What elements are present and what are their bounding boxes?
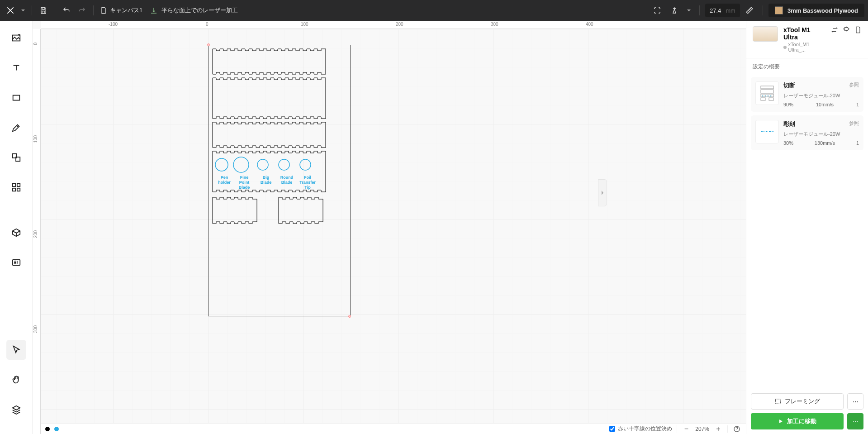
laser-pointer-chevron[interactable]	[684, 8, 694, 13]
pen-tool[interactable]	[6, 118, 26, 138]
thickness-value: 27.4	[710, 7, 721, 14]
device-name: xTool M1 Ultra	[783, 26, 825, 41]
label-foil-tip: FoilTransferTip	[298, 175, 318, 190]
svg-point-23	[770, 95, 771, 96]
op-engrave-ref[interactable]: 参照	[849, 120, 859, 128]
svg-point-22	[768, 95, 768, 96]
svg-point-12	[279, 159, 289, 170]
svg-point-9	[215, 158, 228, 171]
ai-tool[interactable]	[6, 253, 26, 272]
device-settings-icon[interactable]	[843, 26, 850, 33]
material-name: 3mm Basswood Plywood	[787, 7, 858, 14]
svg-point-21	[765, 95, 766, 96]
layers-tool[interactable]	[6, 400, 26, 420]
rectangle-tool[interactable]	[6, 88, 26, 108]
divider	[32, 5, 32, 15]
framing-button[interactable]: フレーミング	[751, 393, 844, 410]
device-swap-icon[interactable]	[831, 26, 838, 33]
svg-rect-8	[12, 260, 20, 266]
material-selector[interactable]: 3mm Basswood Plywood	[768, 4, 864, 17]
label-fine-point: FinePointBlade	[235, 175, 253, 190]
svg-rect-4	[12, 184, 15, 186]
pan-tool[interactable]	[6, 370, 26, 390]
canvas-tab[interactable]: キャンバス1	[97, 6, 145, 14]
apps-tool[interactable]	[6, 177, 26, 197]
help-icon[interactable]	[732, 424, 741, 434]
select-tool[interactable]	[6, 340, 26, 360]
svg-rect-19	[769, 98, 773, 100]
svg-rect-7	[17, 188, 19, 191]
settings-section-title: 設定の概要	[746, 58, 868, 75]
design-artwork[interactable]	[212, 48, 329, 243]
crosshair-checkbox[interactable]	[609, 426, 615, 432]
divider	[763, 5, 763, 15]
crosshair-toggle[interactable]: 赤い十字線の位置決め	[609, 425, 672, 433]
text-tool[interactable]	[6, 58, 26, 78]
svg-point-13	[300, 159, 311, 170]
divider	[93, 5, 94, 15]
laser-pointer-icon[interactable]	[667, 3, 682, 18]
svg-rect-5	[17, 184, 19, 186]
app-logo[interactable]	[3, 0, 18, 21]
process-button[interactable]: 加工に移動	[751, 413, 844, 429]
canvas-label: キャンバス1	[110, 6, 142, 14]
zoom-value: 207%	[695, 426, 709, 432]
label-big-blade: BigBlade	[257, 175, 275, 185]
op-cut-ref[interactable]: 参照	[849, 81, 859, 90]
zoom-out-button[interactable]: −	[682, 424, 691, 434]
framing-menu-button[interactable]: ⋯	[847, 393, 863, 410]
app-header: キャンバス1 平らな面上でのレーザー加工 27.4 mm 3mm Basswoo…	[0, 0, 868, 21]
label-round-blade: RoundBlade	[277, 175, 297, 185]
undo-icon[interactable]	[59, 3, 74, 18]
layer-color-black[interactable]	[45, 427, 50, 431]
label-pen-holder: Penholder	[215, 175, 233, 185]
laser-mode[interactable]: 平らな面上でのレーザー加工	[145, 6, 242, 14]
box-tool[interactable]	[6, 223, 26, 243]
svg-rect-16	[761, 90, 773, 93]
image-tool[interactable]	[6, 28, 26, 48]
canvas-stage[interactable]: Penholder FinePointBlade BigBlade RoundB…	[41, 29, 746, 423]
thickness-input[interactable]: 27.4 mm	[705, 4, 740, 17]
panel-collapse-handle[interactable]	[598, 179, 607, 206]
svg-point-11	[257, 159, 268, 170]
device-thumbnail	[753, 26, 778, 42]
autofocus-icon[interactable]	[650, 3, 665, 18]
crosshair-end-icon	[348, 315, 351, 318]
measure-icon[interactable]	[742, 3, 757, 18]
svg-rect-18	[761, 98, 765, 100]
device-header: xTool M1 Ultra xTool_M1 Ultra_...	[746, 21, 868, 58]
action-bar: フレーミング ⋯ 加工に移動 ⋯	[746, 389, 868, 434]
process-menu-button[interactable]: ⋯	[847, 413, 863, 429]
status-bar: 赤い十字線の位置決め − 207% +	[41, 423, 746, 434]
thickness-unit: mm	[726, 7, 735, 14]
redo-icon[interactable]	[74, 3, 90, 18]
svg-rect-15	[761, 86, 773, 89]
svg-rect-24	[775, 399, 780, 404]
divider	[55, 5, 55, 15]
svg-point-20	[762, 95, 763, 96]
laser-mode-label: 平らな面上でのレーザー加工	[161, 6, 238, 14]
svg-rect-1	[13, 95, 19, 100]
shape-tool[interactable]	[6, 148, 26, 167]
divider	[699, 5, 700, 15]
status-dot-icon	[783, 46, 787, 49]
ruler-vertical: 0 100 200 300	[33, 29, 41, 434]
op-engrave-thumb	[755, 120, 779, 143]
left-toolbar	[0, 21, 33, 434]
app-menu-chevron[interactable]	[18, 8, 28, 13]
save-icon[interactable]	[36, 3, 51, 18]
material-swatch	[775, 6, 783, 14]
crosshair-origin-icon	[207, 43, 210, 46]
ruler-horizontal: -100 0 100 200 300 400	[41, 21, 746, 29]
svg-point-10	[233, 157, 249, 172]
op-cut-thumb	[755, 81, 779, 105]
zoom-in-button[interactable]: +	[714, 424, 723, 434]
canvas-area[interactable]: -100 0 100 200 300 400 0 100 200 300	[33, 21, 746, 434]
layer-color-cyan[interactable]	[54, 427, 59, 431]
op-card-cut[interactable]: 切断参照 レーザーモジュール-20W 90% 10mm/s 1	[751, 77, 863, 112]
op-card-engrave[interactable]: 彫刻参照 レーザーモジュール-20W 30% 130mm/s 1	[751, 115, 863, 150]
svg-rect-6	[12, 188, 15, 191]
device-doc-icon[interactable]	[854, 26, 862, 33]
device-status: xTool_M1 Ultra_...	[783, 42, 825, 52]
right-sidebar: xTool M1 Ultra xTool_M1 Ultra_... 設定の概要	[746, 21, 868, 434]
